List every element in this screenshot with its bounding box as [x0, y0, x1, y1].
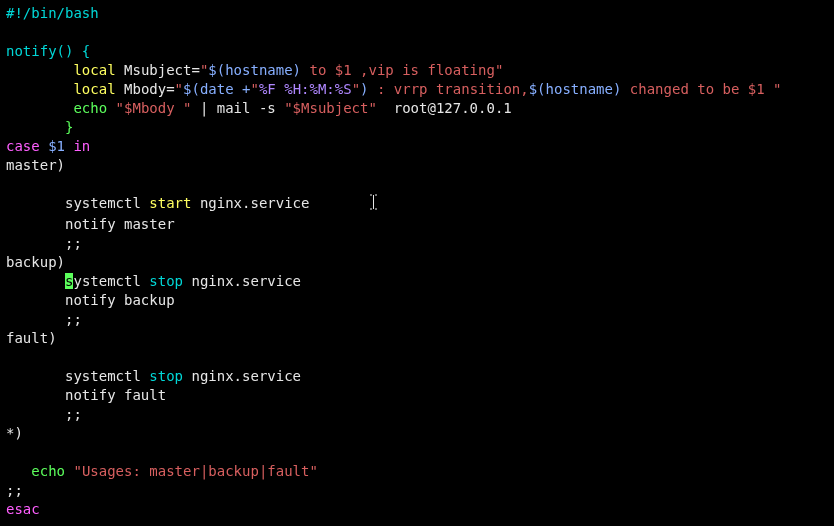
case-backup: backup)	[6, 254, 65, 270]
tilde-line: ~	[6, 520, 14, 526]
kw-echo: echo	[31, 463, 65, 479]
cmd: systemctl	[65, 195, 149, 211]
quote: "	[175, 81, 183, 97]
case-sep: ;;	[65, 311, 82, 327]
kw-local: local	[73, 62, 115, 78]
str-part: to $1 ,vip is floating	[301, 62, 495, 78]
kw-case: case	[6, 138, 40, 154]
text-cursor-icon	[369, 194, 378, 215]
var-assign: Mbody=	[116, 81, 175, 97]
kw-echo: echo	[73, 100, 107, 116]
str: "Usages: master|backup|fault"	[73, 463, 317, 479]
case-var: $1	[40, 138, 74, 154]
cmd: notify fault	[65, 387, 166, 403]
case-sep: ;;	[6, 482, 23, 498]
shebang: #!/bin/bash	[6, 5, 99, 21]
quote: "	[773, 81, 781, 97]
quote: "	[495, 62, 503, 78]
tail: root@127.0.0.1	[377, 100, 512, 116]
str: "$Msubject"	[284, 100, 377, 116]
case-master: master)	[6, 157, 65, 173]
cmd: systemctl	[65, 368, 149, 384]
subst: $(date +	[183, 81, 250, 97]
cmd: notify backup	[65, 292, 175, 308]
kw-stop: stop	[149, 273, 183, 289]
cmd: ystemctl	[73, 273, 149, 289]
kw-esac: esac	[6, 501, 40, 517]
kw-stop: stop	[149, 368, 183, 384]
kw-local: local	[73, 81, 115, 97]
fn-close: }	[65, 119, 73, 135]
case-sep: ;;	[65, 406, 82, 422]
subst: $(hostname)	[208, 62, 301, 78]
cmd: notify master	[65, 216, 175, 232]
quote: "	[352, 81, 360, 97]
kw-start: start	[149, 195, 191, 211]
subst: $(hostname)	[529, 81, 622, 97]
str: "$Mbody "	[116, 100, 192, 116]
subst-close: )	[360, 81, 368, 97]
code-editor[interactable]: #!/bin/bash notify() { local Msubject="$…	[0, 0, 834, 526]
pipe: | mail -s	[191, 100, 284, 116]
var-assign: Msubject=	[116, 62, 200, 78]
case-sep: ;;	[65, 235, 82, 251]
fn-open: notify() {	[6, 43, 90, 59]
str-part: : vrrp transition,	[369, 81, 529, 97]
case-default: *)	[6, 425, 23, 441]
cmd: nginx.service	[191, 195, 309, 211]
str-part: changed to be $1	[621, 81, 773, 97]
quote: "	[250, 81, 258, 97]
fmt: %F %H:%M:%S	[259, 81, 352, 97]
kw-in: in	[73, 138, 90, 154]
case-fault: fault)	[6, 330, 57, 346]
cmd: nginx.service	[183, 368, 301, 384]
cmd: nginx.service	[183, 273, 301, 289]
